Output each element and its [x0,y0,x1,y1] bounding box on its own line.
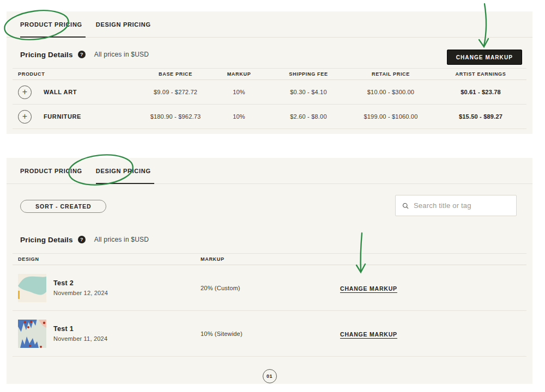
col-header-base-price: BASE PRICE [143,71,208,77]
product-name: WALL ART [44,89,77,95]
design-thumbnail[interactable] [18,320,46,348]
design-title: Test 2 [53,279,108,287]
pricing-details-row: Pricing Details ? All prices in $USD [20,235,532,244]
tab-bar: PRODUCT PRICING DESIGN PRICING [7,11,532,38]
col-header-artist-earnings: ARTIST EARNINGS [435,71,526,77]
markup-value: 10% [208,113,270,120]
table-row: + FURNITURE $180.90 - $962.73 10% $2.60 … [13,105,526,129]
col-header-markup: MARKUP [208,71,270,77]
artist-earnings-value: $0.61 - $23.78 [435,89,526,95]
tab-bar: PRODUCT PRICING DESIGN PRICING [7,158,532,184]
product-pricing-table: PRODUCT BASE PRICE MARKUP SHIPPING FEE R… [13,68,526,129]
change-markup-button[interactable]: CHANGE MARKUP [447,50,522,65]
table-row: Test 1 November 11, 2024 10% (Sitewide) … [13,311,526,357]
base-price-value: $9.09 - $272.72 [143,89,208,95]
currency-note: All prices in $USD [94,51,149,58]
help-icon[interactable]: ? [78,51,86,58]
page-button-01[interactable]: 01 [263,369,277,383]
design-pricing-table: DESIGN MARKUP Test 2 November 12, 2024 2… [13,253,526,357]
base-price-value: $180.90 - $962.73 [143,113,208,120]
pagination: 01 [7,369,532,383]
design-date: November 11, 2024 [53,335,107,342]
currency-note: All prices in $USD [94,236,149,243]
design-pricing-panel: PRODUCT PRICING DESIGN PRICING SORT - CR… [7,158,532,384]
expand-plus-icon[interactable]: + [18,110,32,124]
search-box [395,195,517,216]
design-markup-value: 20% (Custom) [201,285,340,291]
sort-button[interactable]: SORT - CREATED [20,200,106,213]
change-markup-link[interactable]: CHANGE MARKUP [340,331,397,338]
table-row: Test 2 November 12, 2024 20% (Custom) CH… [13,265,526,311]
retail-price-value: $10.00 - $300.00 [347,89,435,95]
design-thumbnail[interactable] [18,274,46,302]
col-header-shipping-fee: SHIPPING FEE [270,71,347,77]
search-input[interactable] [414,201,510,210]
artist-earnings-value: $15.50 - $89.27 [435,113,526,120]
col-header-design: DESIGN [13,256,201,262]
pricing-details-title: Pricing Details [20,51,73,59]
expand-plus-icon[interactable]: + [18,85,32,99]
pricing-details-title: Pricing Details [20,236,73,244]
table-row: + WALL ART $9.09 - $272.72 10% $0.30 - $… [13,80,526,105]
product-name: FURNITURE [44,113,81,120]
design-table-header: DESIGN MARKUP [13,254,526,265]
change-markup-link[interactable]: CHANGE MARKUP [340,285,397,292]
tab-product-pricing[interactable]: PRODUCT PRICING [20,158,82,183]
shipping-fee-value: $2.60 - $8.00 [270,113,347,120]
design-date: November 12, 2024 [53,290,108,296]
help-icon[interactable]: ? [78,236,86,243]
retail-price-value: $199.00 - $1060.00 [347,113,435,120]
tab-design-pricing[interactable]: DESIGN PRICING [96,11,151,37]
tab-design-pricing[interactable]: DESIGN PRICING [96,158,151,183]
markup-value: 10% [208,89,270,95]
col-header-markup: MARKUP [201,256,340,262]
product-pricing-panel: PRODUCT PRICING DESIGN PRICING Pricing D… [7,11,532,134]
design-markup-value: 10% (Sitewide) [201,330,340,337]
search-icon [402,201,409,210]
col-header-retail-price: RETAIL PRICE [347,71,435,77]
col-header-product: PRODUCT [13,71,143,77]
product-table-header: PRODUCT BASE PRICE MARKUP SHIPPING FEE R… [13,69,526,80]
shipping-fee-value: $0.30 - $4.10 [270,89,347,95]
tab-product-pricing[interactable]: PRODUCT PRICING [20,11,82,37]
design-title: Test 1 [53,325,107,333]
toolbar: SORT - CREATED [7,184,532,226]
